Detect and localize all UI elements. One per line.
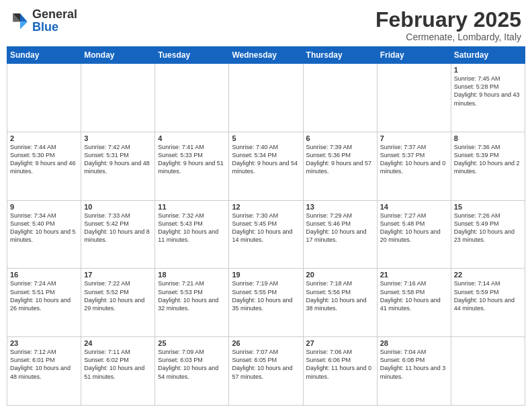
calendar-cell: 3Sunrise: 7:42 AM Sunset: 5:31 PM Daylig… [81,132,155,200]
calendar-cell [451,337,525,406]
calendar-table: SundayMondayTuesdayWednesdayThursdayFrid… [7,46,525,406]
logo-text: General Blue [32,8,77,34]
weekday-header-row: SundayMondayTuesdayWednesdayThursdayFrid… [7,47,525,64]
day-number: 22 [454,271,522,279]
day-number: 18 [158,271,226,279]
calendar-cell: 20Sunrise: 7:18 AM Sunset: 5:56 PM Dayli… [303,269,377,337]
day-info: Sunrise: 7:30 AM Sunset: 5:45 PM Dayligh… [232,212,300,244]
day-number: 1 [454,66,522,74]
day-number: 16 [10,271,78,279]
calendar-title: February 2025 [375,8,521,32]
calendar-cell: 26Sunrise: 7:07 AM Sunset: 6:05 PM Dayli… [229,337,303,406]
logo-general: General [32,7,77,21]
calendar-cell: 1Sunrise: 7:45 AM Sunset: 5:28 PM Daylig… [451,64,525,132]
day-number: 12 [232,203,300,211]
day-info: Sunrise: 7:22 AM Sunset: 5:52 PM Dayligh… [84,279,152,312]
calendar-cell [229,64,303,132]
day-info: Sunrise: 7:34 AM Sunset: 5:40 PM Dayligh… [10,212,78,244]
weekday-header: Wednesday [229,47,303,64]
calendar-cell: 13Sunrise: 7:29 AM Sunset: 5:46 PM Dayli… [303,200,377,269]
day-number: 7 [380,134,448,142]
calendar-week-row: 2Sunrise: 7:44 AM Sunset: 5:30 PM Daylig… [7,132,525,200]
day-info: Sunrise: 7:06 AM Sunset: 6:06 PM Dayligh… [306,348,374,381]
day-number: 20 [306,271,374,279]
day-number: 2 [10,134,78,142]
day-number: 3 [84,134,152,142]
calendar-cell: 5Sunrise: 7:40 AM Sunset: 5:34 PM Daylig… [229,132,303,200]
day-number: 11 [158,203,226,211]
day-info: Sunrise: 7:44 AM Sunset: 5:30 PM Dayligh… [10,143,78,176]
calendar-cell: 14Sunrise: 7:27 AM Sunset: 5:48 PM Dayli… [377,200,451,269]
day-number: 28 [380,339,448,347]
weekday-header: Friday [377,47,451,64]
day-info: Sunrise: 7:29 AM Sunset: 5:46 PM Dayligh… [306,212,374,244]
weekday-header: Saturday [451,47,525,64]
day-number: 19 [232,271,300,279]
logo: General Blue [11,8,77,34]
calendar-cell: 24Sunrise: 7:11 AM Sunset: 6:02 PM Dayli… [81,337,155,406]
calendar-cell: 21Sunrise: 7:16 AM Sunset: 5:58 PM Dayli… [377,269,451,337]
calendar-cell: 6Sunrise: 7:39 AM Sunset: 5:36 PM Daylig… [303,132,377,200]
weekday-header: Sunday [7,47,81,64]
logo-blue: Blue [32,20,58,34]
day-info: Sunrise: 7:27 AM Sunset: 5:48 PM Dayligh… [380,212,448,244]
svg-marker-1 [20,22,28,30]
day-info: Sunrise: 7:18 AM Sunset: 5:56 PM Dayligh… [306,279,374,312]
day-info: Sunrise: 7:16 AM Sunset: 5:58 PM Dayligh… [380,279,448,312]
day-number: 14 [380,203,448,211]
logo-icon [11,11,30,30]
day-info: Sunrise: 7:12 AM Sunset: 6:01 PM Dayligh… [10,348,78,381]
day-info: Sunrise: 7:36 AM Sunset: 5:39 PM Dayligh… [454,143,522,176]
calendar-week-row: 1Sunrise: 7:45 AM Sunset: 5:28 PM Daylig… [7,64,525,132]
calendar-wrapper: SundayMondayTuesdayWednesdayThursdayFrid… [0,46,532,411]
day-info: Sunrise: 7:04 AM Sunset: 6:08 PM Dayligh… [380,348,448,381]
calendar-cell: 10Sunrise: 7:33 AM Sunset: 5:42 PM Dayli… [81,200,155,269]
day-info: Sunrise: 7:11 AM Sunset: 6:02 PM Dayligh… [84,348,152,381]
day-info: Sunrise: 7:24 AM Sunset: 5:51 PM Dayligh… [10,279,78,312]
day-number: 5 [232,134,300,142]
calendar-cell: 16Sunrise: 7:24 AM Sunset: 5:51 PM Dayli… [7,269,81,337]
calendar-cell: 27Sunrise: 7:06 AM Sunset: 6:06 PM Dayli… [303,337,377,406]
day-info: Sunrise: 7:21 AM Sunset: 5:53 PM Dayligh… [158,279,226,312]
title-block: February 2025 Cermenate, Lombardy, Italy [375,8,521,42]
calendar-cell: 2Sunrise: 7:44 AM Sunset: 5:30 PM Daylig… [7,132,81,200]
day-number: 25 [158,339,226,347]
day-info: Sunrise: 7:40 AM Sunset: 5:34 PM Dayligh… [232,143,300,176]
day-info: Sunrise: 7:32 AM Sunset: 5:43 PM Dayligh… [158,212,226,244]
day-info: Sunrise: 7:09 AM Sunset: 6:03 PM Dayligh… [158,348,226,381]
day-number: 15 [454,203,522,211]
calendar-cell: 12Sunrise: 7:30 AM Sunset: 5:45 PM Dayli… [229,200,303,269]
calendar-cell: 28Sunrise: 7:04 AM Sunset: 6:08 PM Dayli… [377,337,451,406]
day-info: Sunrise: 7:37 AM Sunset: 5:37 PM Dayligh… [380,143,448,176]
calendar-subtitle: Cermenate, Lombardy, Italy [375,32,521,42]
day-info: Sunrise: 7:07 AM Sunset: 6:05 PM Dayligh… [232,348,300,381]
day-number: 24 [84,339,152,347]
day-number: 26 [232,339,300,347]
day-info: Sunrise: 7:19 AM Sunset: 5:55 PM Dayligh… [232,279,300,312]
calendar-week-row: 16Sunrise: 7:24 AM Sunset: 5:51 PM Dayli… [7,269,525,337]
day-number: 8 [454,134,522,142]
weekday-header: Tuesday [155,47,229,64]
day-number: 17 [84,271,152,279]
day-info: Sunrise: 7:45 AM Sunset: 5:28 PM Dayligh… [454,75,522,107]
calendar-cell: 25Sunrise: 7:09 AM Sunset: 6:03 PM Dayli… [155,337,229,406]
day-info: Sunrise: 7:14 AM Sunset: 5:59 PM Dayligh… [454,279,522,312]
calendar-cell: 23Sunrise: 7:12 AM Sunset: 6:01 PM Dayli… [7,337,81,406]
calendar-cell [303,64,377,132]
weekday-header: Thursday [303,47,377,64]
day-number: 13 [306,203,374,211]
svg-marker-0 [20,13,28,21]
calendar-cell [81,64,155,132]
calendar-cell: 19Sunrise: 7:19 AM Sunset: 5:55 PM Dayli… [229,269,303,337]
day-number: 21 [380,271,448,279]
day-info: Sunrise: 7:42 AM Sunset: 5:31 PM Dayligh… [84,143,152,176]
calendar-cell: 18Sunrise: 7:21 AM Sunset: 5:53 PM Dayli… [155,269,229,337]
calendar-cell: 11Sunrise: 7:32 AM Sunset: 5:43 PM Dayli… [155,200,229,269]
calendar-cell: 15Sunrise: 7:26 AM Sunset: 5:49 PM Dayli… [451,200,525,269]
weekday-header: Monday [81,47,155,64]
page: General Blue February 2025 Cermenate, Lo… [0,0,532,411]
calendar-cell: 17Sunrise: 7:22 AM Sunset: 5:52 PM Dayli… [81,269,155,337]
calendar-week-row: 9Sunrise: 7:34 AM Sunset: 5:40 PM Daylig… [7,200,525,269]
calendar-week-row: 23Sunrise: 7:12 AM Sunset: 6:01 PM Dayli… [7,337,525,406]
calendar-cell [155,64,229,132]
